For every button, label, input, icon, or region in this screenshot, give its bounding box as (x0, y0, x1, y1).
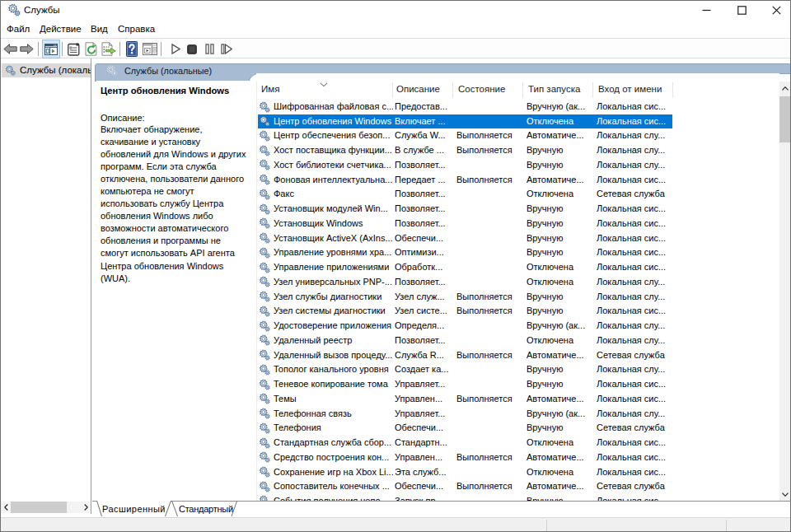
cell-startup-type: Вручную (527, 292, 594, 301)
menu-help[interactable]: Справка (118, 24, 155, 34)
cell-name: Центр обновления Windows (274, 116, 393, 126)
scroll-thumb[interactable] (779, 96, 790, 142)
export-list-button[interactable] (101, 40, 116, 58)
cell-name: Узел универсальных PNP-... (274, 277, 393, 287)
service-gear-icon (259, 320, 270, 332)
table-row[interactable]: Удаленный реестр Позволяет... Отключена … (256, 334, 779, 348)
close-icon (772, 6, 781, 15)
table-row[interactable]: Управление приложениями Обработк... Откл… (256, 260, 779, 275)
window-title: Службы (24, 5, 60, 15)
refresh-button[interactable] (84, 40, 98, 58)
back-button[interactable] (2, 40, 17, 58)
menu-bar: Файл Действие Вид Справка (1, 19, 790, 39)
view-tabs: Расширенный Стандартный (92, 501, 791, 517)
column-header-startup-type[interactable]: Тип запуска (528, 84, 580, 94)
minimize-button[interactable] (694, 1, 718, 19)
forward-button[interactable] (19, 40, 34, 58)
cell-logon-as: Сетевая служба (597, 481, 672, 491)
menu-view[interactable]: Вид (91, 24, 108, 34)
stop-icon (187, 44, 197, 54)
table-row[interactable]: Хост библиотеки счетчика... Позволяет...… (256, 158, 779, 173)
cell-startup-type: Вручную (527, 364, 594, 374)
toolbar-separator (119, 42, 120, 56)
column-header-name[interactable]: Имя (261, 84, 279, 94)
pause-icon (205, 44, 214, 54)
tree-item-services-local[interactable]: Службы (локальные) (2, 63, 91, 77)
table-row[interactable]: Стандартная служба сбор... Стандартн... … (256, 436, 779, 450)
cell-name: Тополог канального уровня (274, 364, 393, 374)
table-row[interactable]: Узел службы диагностики Узел служ... Вып… (256, 290, 779, 305)
table-row[interactable]: Темы Управлен... Выполняется Автоматиче.… (256, 392, 779, 407)
table-row[interactable]: Фоновая интеллектуальна... Передает ... … (256, 173, 779, 188)
table-row[interactable]: Шифрованная файловая с... Предостав... В… (256, 100, 779, 114)
table-row[interactable]: Удаленный вызов процеду... Служба R... В… (256, 348, 779, 363)
column-header-logon-as[interactable]: Вход от имени (598, 84, 662, 94)
scroll-left-arrow[interactable] (1, 502, 11, 513)
table-row[interactable]: Телефония Обеспечи... Вручную Сетевая сл… (256, 421, 779, 436)
result-header-label: Службы (локальные) (124, 66, 212, 76)
table-row[interactable]: Телефонная связь Управляет... Вручную (а… (256, 407, 779, 422)
maximize-button[interactable] (729, 1, 754, 19)
list-left-edge (256, 82, 257, 501)
cell-logon-as: Локальная слу... (597, 277, 672, 287)
show-console-tree-button[interactable] (42, 40, 60, 58)
table-row[interactable]: Центр обновления Windows Включает ... От… (256, 114, 779, 129)
cell-name: Сохранение игр на Xbox Li... (274, 467, 393, 477)
table-row[interactable]: Установщик Windows Позволяет... Вручную … (256, 217, 779, 231)
table-row[interactable]: Средство построения кон... Управлен... В… (256, 450, 779, 465)
scroll-thumb[interactable] (11, 502, 67, 513)
scroll-right-arrow[interactable] (81, 502, 91, 513)
help-button[interactable] (125, 40, 138, 58)
service-gear-icon (259, 262, 270, 273)
cell-logon-as: Локальная слу... (597, 145, 672, 155)
sort-descending-icon (320, 82, 328, 87)
close-button[interactable] (764, 1, 789, 19)
cell-name: Установщик модулей Win... (274, 203, 393, 213)
cell-startup-type: Отключена (527, 335, 594, 345)
table-row[interactable]: Сохранение игр на Xbox Li... Эта служб..… (256, 465, 779, 480)
column-header-description[interactable]: Описание (396, 84, 440, 94)
menu-file[interactable]: Файл (7, 24, 30, 34)
scroll-down-arrow[interactable] (779, 488, 790, 502)
table-row[interactable]: Сопоставитель конечных ... Обеспечи... В… (256, 479, 779, 494)
table-row[interactable]: Установщик модулей Win... Позволяет... В… (256, 202, 779, 217)
cell-status: Выполняется (456, 452, 524, 462)
table-row[interactable]: Узел системы диагностики Узел систе... В… (256, 304, 779, 319)
cell-description: Передает ... (395, 175, 454, 184)
table-row[interactable]: Узел универсальных PNP-... Позволяет... … (256, 275, 779, 290)
cell-logon-as: Сетевая служба (597, 422, 672, 432)
action-pane-icon (143, 43, 157, 55)
start-service-button[interactable] (170, 40, 181, 58)
menu-action[interactable]: Действие (40, 24, 82, 34)
tab-extended[interactable]: Расширенный (102, 504, 166, 514)
column-header-status[interactable]: Состояние (458, 84, 505, 94)
tab-standard[interactable]: Стандартный (179, 504, 233, 514)
tree-horizontal-scrollbar[interactable] (1, 502, 91, 513)
table-row[interactable]: Установщик ActiveX (AxIns... Обеспечи...… (256, 231, 779, 246)
table-row[interactable]: Хост поставщика функции... В службе ... … (256, 143, 779, 158)
cell-startup-type: Автоматиче... (527, 130, 594, 140)
table-row[interactable]: Удостоверение приложения Определя... Вру… (256, 319, 779, 334)
scroll-up-arrow[interactable] (779, 82, 790, 96)
stop-service-button[interactable] (186, 40, 198, 58)
service-gear-icon (259, 115, 270, 127)
cell-logon-as: Сетевая служба (597, 350, 672, 360)
cell-name: Удаленный вызов процеду... (274, 350, 393, 360)
show-action-pane-button[interactable] (142, 40, 157, 58)
table-row[interactable]: Тополог канального уровня Создает ка... … (256, 362, 779, 377)
list-header: Имя Описание Состояние Тип запуска Вход … (256, 82, 779, 98)
properties-button[interactable] (67, 40, 81, 58)
restart-service-button[interactable] (220, 40, 233, 58)
table-row[interactable]: Теневое копирование тома Управляет... Вр… (256, 377, 779, 392)
cell-startup-type: Вручную (ак... (527, 408, 594, 418)
cell-startup-type: Вручную (ак... (527, 101, 594, 111)
table-row[interactable]: События получения непо... Запуск пр... В… (256, 494, 779, 501)
cell-name: Темы (274, 394, 393, 404)
cell-logon-as: Сетевая служба (597, 189, 672, 198)
pause-service-button[interactable] (204, 40, 215, 58)
list-vertical-scrollbar[interactable] (779, 82, 790, 502)
table-row[interactable]: Факс Позволяет... Отключена Сетевая служ… (256, 187, 779, 202)
service-gear-icon (259, 189, 270, 200)
table-row[interactable]: Центр обеспечения безоп... Служба W... В… (256, 128, 779, 143)
table-row[interactable]: Управление уровнями хра... Оптимизи... В… (256, 245, 779, 260)
